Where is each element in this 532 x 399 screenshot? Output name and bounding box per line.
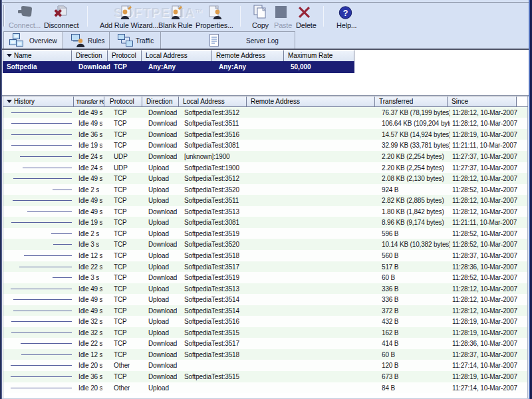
svg-text:?: ? (343, 9, 348, 18)
